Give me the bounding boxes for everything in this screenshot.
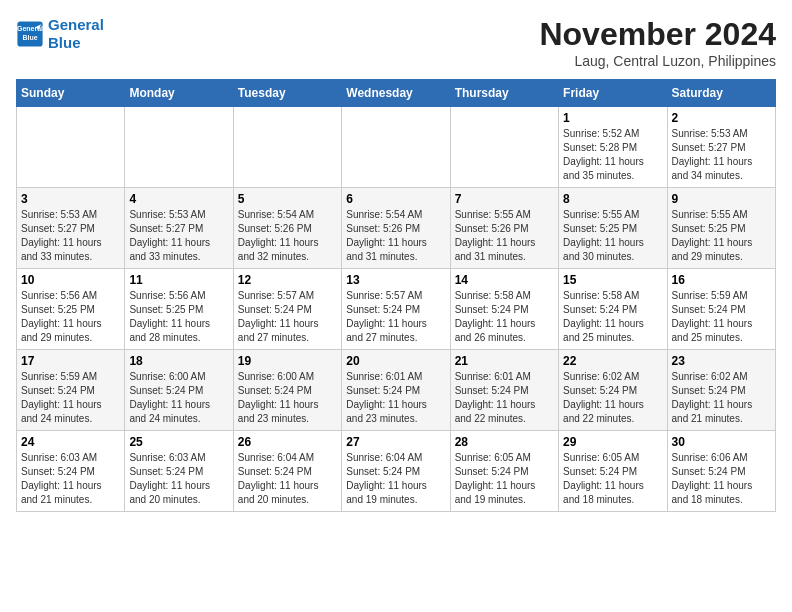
weekday-header: Monday — [125, 80, 233, 107]
calendar-cell: 15Sunrise: 5:58 AM Sunset: 5:24 PM Dayli… — [559, 269, 667, 350]
weekday-header: Wednesday — [342, 80, 450, 107]
day-info: Sunrise: 5:58 AM Sunset: 5:24 PM Dayligh… — [455, 289, 554, 345]
day-number: 11 — [129, 273, 228, 287]
calendar-cell: 18Sunrise: 6:00 AM Sunset: 5:24 PM Dayli… — [125, 350, 233, 431]
calendar-cell — [125, 107, 233, 188]
weekday-header: Friday — [559, 80, 667, 107]
day-info: Sunrise: 6:01 AM Sunset: 5:24 PM Dayligh… — [346, 370, 445, 426]
day-info: Sunrise: 5:57 AM Sunset: 5:24 PM Dayligh… — [346, 289, 445, 345]
day-number: 6 — [346, 192, 445, 206]
day-number: 21 — [455, 354, 554, 368]
day-info: Sunrise: 5:55 AM Sunset: 5:26 PM Dayligh… — [455, 208, 554, 264]
logo-blue: Blue — [48, 34, 104, 52]
calendar-cell — [17, 107, 125, 188]
day-number: 20 — [346, 354, 445, 368]
day-number: 13 — [346, 273, 445, 287]
calendar-cell: 2Sunrise: 5:53 AM Sunset: 5:27 PM Daylig… — [667, 107, 775, 188]
day-number: 25 — [129, 435, 228, 449]
title-area: November 2024 Laug, Central Luzon, Phili… — [539, 16, 776, 69]
calendar-cell: 14Sunrise: 5:58 AM Sunset: 5:24 PM Dayli… — [450, 269, 558, 350]
day-info: Sunrise: 5:53 AM Sunset: 5:27 PM Dayligh… — [21, 208, 120, 264]
day-number: 4 — [129, 192, 228, 206]
calendar-cell: 25Sunrise: 6:03 AM Sunset: 5:24 PM Dayli… — [125, 431, 233, 512]
day-number: 2 — [672, 111, 771, 125]
calendar-cell: 19Sunrise: 6:00 AM Sunset: 5:24 PM Dayli… — [233, 350, 341, 431]
day-info: Sunrise: 6:00 AM Sunset: 5:24 PM Dayligh… — [238, 370, 337, 426]
day-info: Sunrise: 5:53 AM Sunset: 5:27 PM Dayligh… — [672, 127, 771, 183]
calendar-body: 1Sunrise: 5:52 AM Sunset: 5:28 PM Daylig… — [17, 107, 776, 512]
day-info: Sunrise: 5:54 AM Sunset: 5:26 PM Dayligh… — [346, 208, 445, 264]
day-info: Sunrise: 5:57 AM Sunset: 5:24 PM Dayligh… — [238, 289, 337, 345]
svg-text:Blue: Blue — [22, 34, 37, 41]
calendar-cell: 16Sunrise: 5:59 AM Sunset: 5:24 PM Dayli… — [667, 269, 775, 350]
calendar-cell: 30Sunrise: 6:06 AM Sunset: 5:24 PM Dayli… — [667, 431, 775, 512]
logo: General Blue General Blue — [16, 16, 104, 52]
day-number: 3 — [21, 192, 120, 206]
day-number: 26 — [238, 435, 337, 449]
logo-icon: General Blue — [16, 20, 44, 48]
day-info: Sunrise: 5:55 AM Sunset: 5:25 PM Dayligh… — [563, 208, 662, 264]
day-number: 23 — [672, 354, 771, 368]
calendar-cell: 7Sunrise: 5:55 AM Sunset: 5:26 PM Daylig… — [450, 188, 558, 269]
day-info: Sunrise: 6:05 AM Sunset: 5:24 PM Dayligh… — [455, 451, 554, 507]
day-info: Sunrise: 5:59 AM Sunset: 5:24 PM Dayligh… — [672, 289, 771, 345]
day-info: Sunrise: 5:53 AM Sunset: 5:27 PM Dayligh… — [129, 208, 228, 264]
calendar-week-row: 24Sunrise: 6:03 AM Sunset: 5:24 PM Dayli… — [17, 431, 776, 512]
calendar-cell: 21Sunrise: 6:01 AM Sunset: 5:24 PM Dayli… — [450, 350, 558, 431]
day-number: 8 — [563, 192, 662, 206]
calendar-header: SundayMondayTuesdayWednesdayThursdayFrid… — [17, 80, 776, 107]
day-number: 16 — [672, 273, 771, 287]
logo-general: General — [48, 16, 104, 33]
calendar-cell: 17Sunrise: 5:59 AM Sunset: 5:24 PM Dayli… — [17, 350, 125, 431]
day-info: Sunrise: 6:06 AM Sunset: 5:24 PM Dayligh… — [672, 451, 771, 507]
calendar-cell: 5Sunrise: 5:54 AM Sunset: 5:26 PM Daylig… — [233, 188, 341, 269]
day-info: Sunrise: 6:04 AM Sunset: 5:24 PM Dayligh… — [238, 451, 337, 507]
day-info: Sunrise: 5:56 AM Sunset: 5:25 PM Dayligh… — [21, 289, 120, 345]
day-info: Sunrise: 5:56 AM Sunset: 5:25 PM Dayligh… — [129, 289, 228, 345]
day-info: Sunrise: 5:55 AM Sunset: 5:25 PM Dayligh… — [672, 208, 771, 264]
weekday-header-row: SundayMondayTuesdayWednesdayThursdayFrid… — [17, 80, 776, 107]
day-number: 19 — [238, 354, 337, 368]
day-number: 7 — [455, 192, 554, 206]
day-number: 12 — [238, 273, 337, 287]
weekday-header: Sunday — [17, 80, 125, 107]
calendar-table: SundayMondayTuesdayWednesdayThursdayFrid… — [16, 79, 776, 512]
day-info: Sunrise: 5:54 AM Sunset: 5:26 PM Dayligh… — [238, 208, 337, 264]
day-info: Sunrise: 6:02 AM Sunset: 5:24 PM Dayligh… — [672, 370, 771, 426]
calendar-cell — [450, 107, 558, 188]
calendar-cell: 4Sunrise: 5:53 AM Sunset: 5:27 PM Daylig… — [125, 188, 233, 269]
calendar-cell: 27Sunrise: 6:04 AM Sunset: 5:24 PM Dayli… — [342, 431, 450, 512]
day-info: Sunrise: 6:05 AM Sunset: 5:24 PM Dayligh… — [563, 451, 662, 507]
day-info: Sunrise: 6:04 AM Sunset: 5:24 PM Dayligh… — [346, 451, 445, 507]
header: General Blue General Blue November 2024 … — [16, 16, 776, 69]
day-number: 27 — [346, 435, 445, 449]
weekday-header: Thursday — [450, 80, 558, 107]
calendar-cell: 24Sunrise: 6:03 AM Sunset: 5:24 PM Dayli… — [17, 431, 125, 512]
day-number: 15 — [563, 273, 662, 287]
calendar-cell: 3Sunrise: 5:53 AM Sunset: 5:27 PM Daylig… — [17, 188, 125, 269]
day-number: 1 — [563, 111, 662, 125]
calendar-cell: 1Sunrise: 5:52 AM Sunset: 5:28 PM Daylig… — [559, 107, 667, 188]
day-number: 5 — [238, 192, 337, 206]
calendar-week-row: 17Sunrise: 5:59 AM Sunset: 5:24 PM Dayli… — [17, 350, 776, 431]
calendar-cell: 23Sunrise: 6:02 AM Sunset: 5:24 PM Dayli… — [667, 350, 775, 431]
day-info: Sunrise: 5:52 AM Sunset: 5:28 PM Dayligh… — [563, 127, 662, 183]
day-info: Sunrise: 6:01 AM Sunset: 5:24 PM Dayligh… — [455, 370, 554, 426]
calendar-cell: 6Sunrise: 5:54 AM Sunset: 5:26 PM Daylig… — [342, 188, 450, 269]
calendar-cell: 9Sunrise: 5:55 AM Sunset: 5:25 PM Daylig… — [667, 188, 775, 269]
weekday-header: Saturday — [667, 80, 775, 107]
calendar-cell: 22Sunrise: 6:02 AM Sunset: 5:24 PM Dayli… — [559, 350, 667, 431]
calendar-cell: 26Sunrise: 6:04 AM Sunset: 5:24 PM Dayli… — [233, 431, 341, 512]
calendar-cell: 13Sunrise: 5:57 AM Sunset: 5:24 PM Dayli… — [342, 269, 450, 350]
day-number: 18 — [129, 354, 228, 368]
day-number: 29 — [563, 435, 662, 449]
location: Laug, Central Luzon, Philippines — [539, 53, 776, 69]
day-info: Sunrise: 6:03 AM Sunset: 5:24 PM Dayligh… — [129, 451, 228, 507]
month-title: November 2024 — [539, 16, 776, 53]
day-number: 22 — [563, 354, 662, 368]
calendar-cell: 20Sunrise: 6:01 AM Sunset: 5:24 PM Dayli… — [342, 350, 450, 431]
day-number: 17 — [21, 354, 120, 368]
calendar-cell — [233, 107, 341, 188]
weekday-header: Tuesday — [233, 80, 341, 107]
calendar-cell — [342, 107, 450, 188]
